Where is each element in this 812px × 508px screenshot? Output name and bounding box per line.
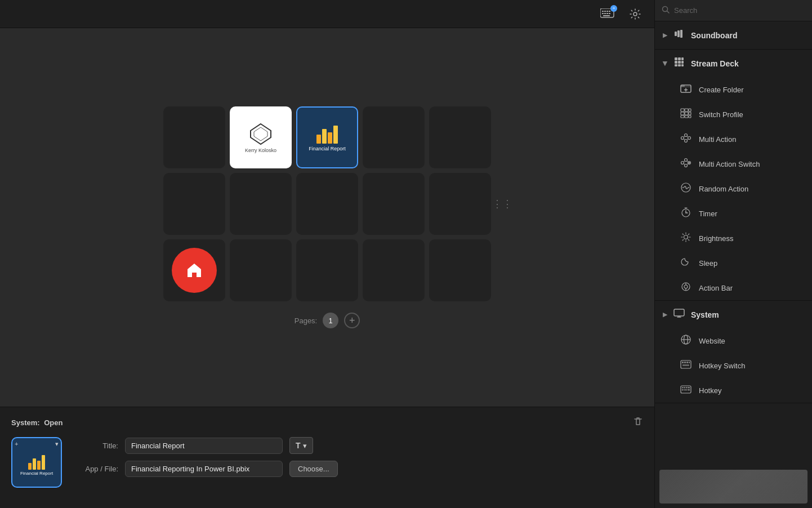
thumb-label: Financial Report <box>20 471 53 476</box>
add-device-button[interactable]: + <box>598 4 618 24</box>
resize-handle[interactable]: ⋮⋮ <box>497 190 508 218</box>
sidebar-item-random-action[interactable]: Random Action <box>655 176 812 201</box>
grid-cell-8[interactable] <box>363 173 425 235</box>
font-chevron: ▾ <box>303 442 307 450</box>
soundboard-chevron: ▶ <box>663 32 667 39</box>
sidebar-item-switch-profile[interactable]: Switch Profile <box>655 102 812 127</box>
svg-rect-25 <box>678 64 681 66</box>
font-button[interactable]: T ▾ <box>289 437 313 454</box>
svg-rect-21 <box>675 61 677 64</box>
svg-rect-33 <box>681 115 684 118</box>
grid-cell-0[interactable] <box>163 106 225 168</box>
create-folder-label: Create Folder <box>699 86 743 94</box>
sidebar-item-hotkey-switch[interactable]: Hotkey Switch <box>655 353 812 378</box>
grid-cell-2[interactable]: Financial Report <box>296 106 358 168</box>
soundboard-header[interactable]: ▶ Soundboard <box>655 21 812 49</box>
grid-cell-7[interactable] <box>296 173 358 235</box>
grid-cell-11[interactable] <box>230 239 292 301</box>
svg-point-56 <box>689 162 690 164</box>
title-label: Title: <box>73 442 118 450</box>
multi-action-icon <box>680 132 692 146</box>
app-file-row: App / File: Choose... <box>73 461 643 477</box>
svg-rect-76 <box>674 309 684 316</box>
sidebar-item-brightness[interactable]: Brightness <box>655 226 812 251</box>
timer-icon <box>680 207 692 220</box>
grid-area: Kerry Kolosko Financial Report <box>0 28 654 407</box>
sidebar-item-multi-action[interactable]: Multi Action <box>655 127 812 151</box>
sidebar-thumbnail <box>659 470 807 503</box>
svg-rect-83 <box>682 362 684 363</box>
title-input[interactable] <box>125 438 283 454</box>
sidebar-item-create-folder[interactable]: Create Folder <box>655 77 812 102</box>
grid-cell-6[interactable] <box>230 173 292 235</box>
svg-rect-31 <box>681 109 684 112</box>
sidebar-item-multi-action-switch[interactable]: Multi Action Switch <box>655 151 812 176</box>
sleep-icon <box>680 256 692 270</box>
grid-cell-14[interactable] <box>429 239 491 301</box>
svg-line-68 <box>682 234 683 234</box>
svg-rect-19 <box>678 57 681 60</box>
svg-point-59 <box>688 187 689 188</box>
hotkey-icon <box>680 384 692 397</box>
soundboard-title: Soundboard <box>691 31 737 40</box>
search-input[interactable] <box>674 6 805 15</box>
svg-point-73 <box>684 285 688 288</box>
sidebar-item-sleep[interactable]: Sleep <box>655 251 812 275</box>
random-action-label: Random Action <box>699 185 748 193</box>
stream-deck-title: Stream Deck <box>691 59 739 68</box>
svg-rect-84 <box>684 362 686 363</box>
svg-rect-22 <box>678 61 681 64</box>
svg-rect-87 <box>682 364 689 366</box>
home-button[interactable] <box>172 248 217 293</box>
svg-rect-36 <box>685 115 688 118</box>
grid-cell-4[interactable] <box>429 106 491 168</box>
page-1-button[interactable]: 1 <box>323 313 338 328</box>
sidebar-item-website[interactable]: Website <box>655 328 812 353</box>
sidebar-item-hotkey[interactable]: Hotkey <box>655 378 812 403</box>
svg-line-53 <box>684 164 685 165</box>
stream-deck-header[interactable]: ▶ Stream Deck <box>655 50 812 77</box>
app-file-input[interactable] <box>125 461 283 477</box>
multi-action-switch-label: Multi Action Switch <box>699 160 760 168</box>
search-bar <box>655 0 812 21</box>
svg-rect-38 <box>689 112 691 115</box>
font-t-icon: T <box>296 441 301 450</box>
sidebar-item-timer[interactable]: Timer <box>655 201 812 226</box>
svg-line-69 <box>688 239 689 240</box>
grid-cell-10[interactable] <box>163 239 225 301</box>
svg-point-41 <box>685 134 688 137</box>
website-icon <box>680 334 692 347</box>
thumb-chart <box>28 449 45 470</box>
preview-thumbnail[interactable]: + ▾ Financial Report <box>11 437 62 488</box>
grid-cell-3[interactable] <box>363 106 425 168</box>
system-header[interactable]: ▶ System <box>655 301 812 328</box>
svg-rect-16 <box>677 30 680 37</box>
svg-point-58 <box>682 187 684 188</box>
svg-rect-5 <box>602 13 604 14</box>
sidebar-section-stream-deck: ▶ Stream Deck <box>655 50 812 301</box>
svg-rect-86 <box>689 362 690 363</box>
sidebar-item-action-bar[interactable]: Action Bar <box>655 275 812 300</box>
svg-rect-17 <box>680 30 682 38</box>
switch-profile-label: Switch Profile <box>699 110 743 119</box>
svg-rect-93 <box>682 389 684 391</box>
add-page-button[interactable]: + <box>344 313 360 328</box>
action-bar-icon <box>680 281 692 295</box>
svg-line-45 <box>684 139 685 140</box>
svg-rect-24 <box>675 64 677 66</box>
grid-cell-1[interactable]: Kerry Kolosko <box>230 106 292 168</box>
grid-cell-13[interactable] <box>363 239 425 301</box>
system-label: System: Open <box>11 418 63 427</box>
grid-cell-12[interactable] <box>296 239 358 301</box>
settings-button[interactable] <box>625 4 645 24</box>
system-title: System <box>691 310 719 319</box>
svg-line-47 <box>688 139 688 140</box>
brightness-label: Brightness <box>699 234 733 243</box>
thumb-plus-icon: + <box>15 440 18 447</box>
choose-button[interactable]: Choose... <box>289 461 338 477</box>
grid-cell-5[interactable] <box>163 173 225 235</box>
delete-button[interactable] <box>633 416 643 429</box>
grid-cell-9[interactable] <box>429 173 491 235</box>
multi-action-label: Multi Action <box>699 135 736 144</box>
sidebar-section-system: ▶ System Website <box>655 301 812 403</box>
